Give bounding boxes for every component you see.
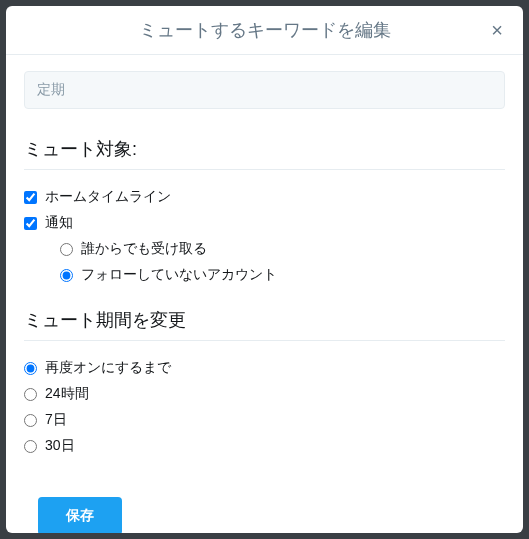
from-anyone-option: 誰からでも受け取る <box>60 240 505 258</box>
duration-week-label[interactable]: 7日 <box>45 411 67 429</box>
duration-month-option: 30日 <box>24 437 505 455</box>
close-button[interactable]: × <box>483 15 511 46</box>
keyword-input[interactable] <box>24 71 505 109</box>
notification-from-options: 誰からでも受け取る フォローしていないアカウント <box>60 240 505 284</box>
modal-title: ミュートするキーワードを編集 <box>139 20 391 40</box>
modal-body: ミュート対象: ホームタイムライン 通知 誰からでも受け取る フォローしていない… <box>6 55 523 533</box>
duration-week-option: 7日 <box>24 411 505 429</box>
duration-forever-radio[interactable] <box>24 362 37 375</box>
notifications-option: 通知 <box>24 214 505 232</box>
duration-week-radio[interactable] <box>24 414 37 427</box>
notifications-checkbox[interactable] <box>24 217 37 230</box>
duration-day-label[interactable]: 24時間 <box>45 385 89 403</box>
save-button[interactable]: 保存 <box>38 497 122 533</box>
from-anyone-label[interactable]: 誰からでも受け取る <box>81 240 207 258</box>
mute-duration-section: ミュート期間を変更 再度オンにするまで 24時間 7日 30日 <box>24 308 505 455</box>
duration-day-radio[interactable] <box>24 388 37 401</box>
mute-target-title: ミュート対象: <box>24 137 505 161</box>
modal-header: ミュートするキーワードを編集 × <box>6 6 523 55</box>
duration-forever-label[interactable]: 再度オンにするまで <box>45 359 171 377</box>
from-not-following-radio[interactable] <box>60 269 73 282</box>
home-timeline-option: ホームタイムライン <box>24 188 505 206</box>
home-timeline-label[interactable]: ホームタイムライン <box>45 188 171 206</box>
close-icon: × <box>491 19 503 41</box>
mute-keyword-modal: ミュートするキーワードを編集 × ミュート対象: ホームタイムライン 通知 誰か… <box>6 6 523 533</box>
duration-month-radio[interactable] <box>24 440 37 453</box>
from-not-following-option: フォローしていないアカウント <box>60 266 505 284</box>
divider <box>24 169 505 170</box>
notifications-label[interactable]: 通知 <box>45 214 73 232</box>
from-not-following-label[interactable]: フォローしていないアカウント <box>81 266 277 284</box>
divider <box>24 340 505 341</box>
mute-duration-title: ミュート期間を変更 <box>24 308 505 332</box>
duration-forever-option: 再度オンにするまで <box>24 359 505 377</box>
duration-month-label[interactable]: 30日 <box>45 437 75 455</box>
home-timeline-checkbox[interactable] <box>24 191 37 204</box>
mute-target-section: ミュート対象: ホームタイムライン 通知 誰からでも受け取る フォローしていない… <box>24 137 505 284</box>
duration-day-option: 24時間 <box>24 385 505 403</box>
from-anyone-radio[interactable] <box>60 243 73 256</box>
